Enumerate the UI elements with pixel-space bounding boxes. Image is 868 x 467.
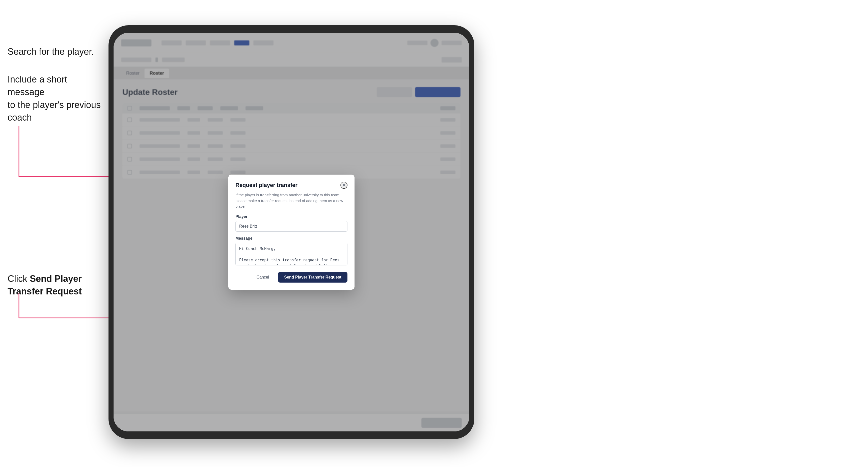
modal-header: Request player transfer ✕	[236, 182, 347, 189]
annotation-click-text: Click Send Player Transfer Request	[7, 273, 103, 298]
message-label: Message	[236, 236, 347, 241]
modal-footer: Cancel Send Player Transfer Request	[236, 272, 347, 283]
player-label: Player	[236, 214, 347, 219]
ipad-screen: Roster Roster Update Roster	[114, 33, 469, 431]
player-search-input[interactable]	[236, 221, 347, 231]
send-transfer-request-button[interactable]: Send Player Transfer Request	[278, 272, 347, 283]
modal-overlay: Request player transfer ✕ If the player …	[114, 33, 469, 431]
ipad-device: Roster Roster Update Roster	[108, 25, 474, 439]
annotation-message-text: Include a short messageto the player's p…	[7, 73, 103, 124]
screen-content: Roster Roster Update Roster	[114, 33, 469, 431]
annotation-search-text: Search for the player.	[7, 45, 94, 58]
modal-description: If the player is transferring from anoth…	[236, 192, 347, 209]
message-textarea[interactable]: Hi Coach McHarg, Please accept this tran…	[236, 243, 347, 266]
transfer-request-modal: Request player transfer ✕ If the player …	[228, 175, 354, 290]
modal-close-button[interactable]: ✕	[340, 182, 347, 189]
cancel-button[interactable]: Cancel	[251, 273, 275, 282]
modal-title: Request player transfer	[236, 182, 298, 188]
